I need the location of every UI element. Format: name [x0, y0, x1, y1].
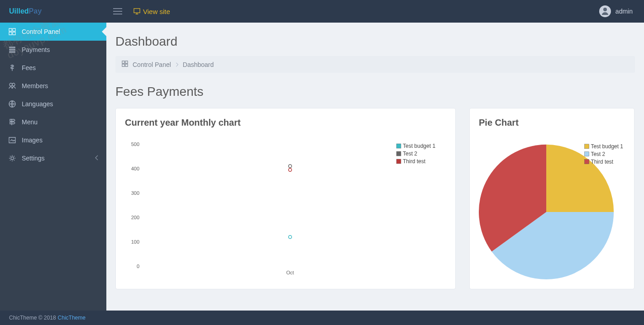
svg-text:Third test: Third test	[591, 159, 613, 165]
brand-logo[interactable]: UilledPay	[0, 0, 106, 23]
globe-icon	[8, 100, 16, 108]
grid-icon	[8, 28, 16, 36]
monthly-chart-title: Current year Monthly chart	[125, 118, 446, 128]
sidebar-item-members[interactable]: Members	[0, 77, 106, 95]
chevron-right-icon	[176, 61, 178, 68]
breadcrumb-control-panel[interactable]: Control Panel	[133, 61, 171, 68]
dollar-icon	[8, 64, 16, 72]
topbar: UilledPay View site admin	[0, 0, 644, 23]
section-title: Fees Payments	[115, 85, 635, 99]
svg-point-7	[289, 236, 292, 239]
svg-rect-18	[585, 152, 589, 156]
sidebar-item-label: Settings	[22, 155, 45, 162]
svg-rect-12	[396, 151, 401, 156]
users-icon	[8, 82, 16, 90]
footer: ChicTheme © 2018 ChicTheme	[0, 311, 644, 325]
breadcrumb-dashboard: Dashboard	[183, 61, 214, 68]
sidebar-item-fees[interactable]: Fees	[0, 59, 106, 77]
sidebar-item-label: Languages	[22, 100, 53, 108]
sidebar-item-label: Fees	[22, 64, 36, 71]
svg-text:300: 300	[131, 190, 139, 196]
gear-icon	[8, 154, 16, 162]
svg-rect-10	[396, 144, 401, 148]
sidebar-item-label: Members	[22, 82, 48, 89]
svg-text:500: 500	[131, 141, 139, 147]
footer-link[interactable]: ChicTheme	[58, 315, 86, 321]
sidebar-item-control-panel[interactable]: Control Panel	[0, 23, 106, 41]
username: admin	[615, 8, 633, 15]
svg-text:Test 2: Test 2	[591, 151, 605, 157]
svg-text:100: 100	[131, 239, 139, 245]
list-icon	[8, 46, 16, 54]
footer-text: ChicTheme © 2018	[9, 315, 56, 321]
brand-part2: Pay	[29, 7, 42, 15]
monthly-chart: 0100200300400500OctTest budget 1Test 2Th…	[125, 135, 446, 280]
pie-chart: Test budget 1Test 2Third test	[479, 135, 625, 280]
image-icon	[8, 136, 16, 144]
cards-row: Current year Monthly chart 0100200300400…	[115, 108, 635, 289]
svg-text:Test budget 1: Test budget 1	[403, 143, 435, 149]
breadcrumb: Control Panel Dashboard	[115, 56, 635, 73]
svg-rect-16	[585, 144, 589, 149]
chevron-left-icon	[95, 155, 98, 162]
sidebar-item-payments[interactable]: Payments	[0, 41, 106, 59]
svg-rect-14	[396, 159, 401, 164]
brand-part1: Uilled	[9, 7, 29, 15]
sidebar-item-label: Images	[22, 137, 43, 144]
user-menu[interactable]: admin	[599, 5, 644, 17]
content: Dashboard Control Panel Dashboard Fees P…	[106, 23, 644, 311]
page-title: Dashboard	[115, 34, 635, 49]
monthly-chart-card: Current year Monthly chart 0100200300400…	[115, 108, 456, 289]
signpost-icon	[8, 118, 16, 126]
sidebar: Control PanelPaymentsFeesMembersLanguage…	[0, 23, 106, 311]
sidebar-item-menu[interactable]: Menu	[0, 113, 106, 131]
svg-text:Test budget 1: Test budget 1	[591, 143, 623, 150]
svg-point-9	[289, 168, 292, 171]
sidebar-item-label: Payments	[22, 46, 50, 53]
view-site-link[interactable]: View site	[129, 8, 175, 15]
svg-text:Test 2: Test 2	[403, 151, 417, 157]
svg-rect-20	[585, 160, 589, 164]
person-icon	[601, 7, 609, 15]
svg-text:400: 400	[131, 166, 139, 171]
sidebar-item-images[interactable]: Images	[0, 131, 106, 149]
svg-text:Third test: Third test	[403, 158, 426, 165]
monitor-icon	[134, 8, 140, 15]
pie-chart-card: Pie Chart Test budget 1Test 2Third test	[469, 108, 634, 289]
sidebar-item-label: Menu	[22, 118, 38, 126]
sidebar-item-settings[interactable]: Settings	[0, 149, 106, 167]
sidebar-item-languages[interactable]: Languages	[0, 95, 106, 113]
avatar	[599, 5, 611, 17]
hamburger-icon	[113, 8, 122, 14]
sidebar-toggle[interactable]	[106, 0, 129, 23]
svg-point-8	[289, 165, 292, 168]
svg-text:200: 200	[131, 215, 139, 220]
svg-text:Oct: Oct	[286, 270, 294, 275]
view-site-label: View site	[143, 8, 170, 15]
svg-text:0: 0	[137, 264, 139, 269]
sidebar-item-label: Control Panel	[22, 28, 60, 35]
grid-icon	[122, 61, 128, 68]
pie-chart-title: Pie Chart	[479, 118, 625, 128]
